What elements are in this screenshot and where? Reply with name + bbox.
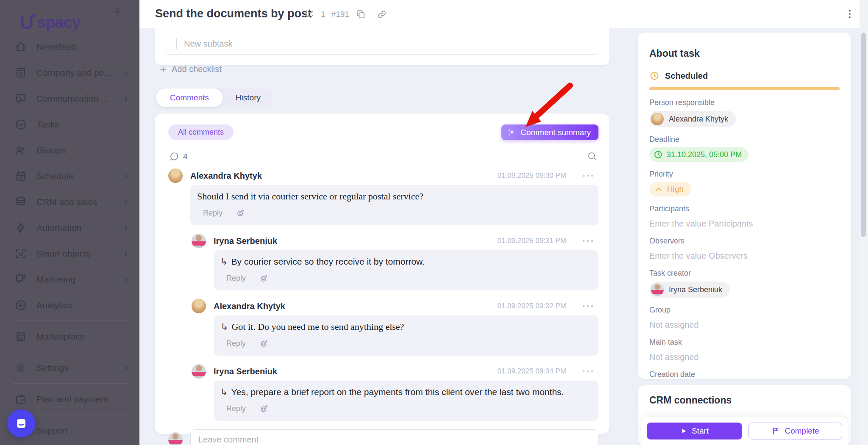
comment-author: Alexandra Khytyk: [190, 171, 262, 180]
sidebar-item-analytics[interactable]: Analytics: [0, 292, 139, 318]
sidebar-item-tasks[interactable]: Tasks: [0, 111, 139, 137]
reply-button[interactable]: Reply: [226, 274, 246, 283]
sidebar-item-groups[interactable]: Groups: [0, 137, 139, 163]
comment-timestamp: 01.09.2025 09:32 PM: [497, 302, 566, 310]
subtasks-icon[interactable]: [304, 9, 315, 20]
priority-value[interactable]: High: [649, 182, 691, 196]
add-reaction-icon[interactable]: [234, 206, 248, 220]
leave-comment-input[interactable]: [190, 429, 598, 445]
database-icon: [14, 196, 27, 208]
main-task-value[interactable]: Not assigned: [649, 352, 840, 362]
flag-icon: [771, 427, 780, 435]
wallet-icon: [14, 393, 27, 406]
group-value[interactable]: Not assigned: [649, 320, 840, 330]
gear-icon: [14, 362, 27, 374]
comment-timestamp: 01.09.2025 09:34 PM: [497, 367, 566, 376]
complete-button[interactable]: Complete: [748, 423, 842, 439]
avatar: [168, 432, 183, 445]
new-subtask-field[interactable]: [165, 28, 599, 55]
task-id[interactable]: #191: [331, 10, 349, 19]
comment-bubble: ↳By courier service so they receive it b…: [214, 250, 598, 290]
sidebar-item-marketplace[interactable]: Marketplace: [0, 323, 139, 349]
comment-item: Iryna Serbeniuk 01.09.2025 09:31 PM ↳By …: [168, 234, 598, 290]
reply-button[interactable]: Reply: [203, 209, 223, 218]
add-checklist-button[interactable]: Add checklist: [159, 64, 222, 74]
comment-summary-button[interactable]: Comment summary: [501, 124, 598, 140]
comment-menu-icon[interactable]: [581, 237, 594, 245]
chevron-up-icon: [654, 185, 663, 193]
field-creation-date: Creation date 01.09.2025, 09:27 PM: [649, 370, 840, 379]
brand-logo: U spacy: [19, 11, 81, 34]
calendar-icon: [14, 170, 27, 182]
sidebar-item-smart-objects[interactable]: Smart objects ›: [0, 240, 139, 266]
comment-menu-icon[interactable]: [581, 171, 594, 180]
comments-panel: All comments Comment summary 4 Alexandra…: [155, 113, 609, 434]
support-chat-button[interactable]: [7, 409, 35, 437]
sidebar-item-marketing[interactable]: Marketing ›: [0, 266, 139, 292]
comment-text: ↳By courier service so they receive it b…: [220, 256, 590, 268]
sidebar-item-settings[interactable]: Settings ›: [0, 355, 139, 381]
sidebar-divider: [12, 383, 128, 384]
participants-placeholder[interactable]: Enter the value Participants: [649, 219, 840, 229]
people-icon: [14, 144, 27, 157]
chevron-right-icon: ›: [125, 362, 128, 373]
task-header: Send the documents by post 1 #191: [139, 0, 868, 28]
sidebar-item-communication[interactable]: Communication ... ›: [0, 86, 139, 111]
add-reaction-icon[interactable]: [257, 402, 271, 416]
tab-history[interactable]: History: [223, 88, 273, 107]
comment-bubble-icon: [169, 152, 179, 162]
sidebar-item-schedule[interactable]: Schedule ›: [0, 163, 139, 189]
sidebar-item-newsfeed[interactable]: Newsfeed: [0, 34, 139, 60]
comments-count-row: 4: [169, 152, 598, 162]
task-creator-value[interactable]: Iryna Serbeniuk: [649, 282, 730, 298]
sidebar-item-company[interactable]: Company and pe... ›: [0, 60, 139, 86]
subtask-count: 1: [321, 10, 326, 19]
page-scrollbar-thumb[interactable]: [861, 33, 866, 237]
person-responsible-value[interactable]: Alexandra Khytyk: [649, 111, 736, 127]
avatar: [192, 299, 206, 313]
task-status[interactable]: Scheduled: [649, 71, 840, 81]
chevron-right-icon: ›: [125, 196, 128, 207]
smart-object-icon: [14, 247, 27, 260]
pin-sidebar-icon[interactable]: [112, 7, 123, 18]
observers-placeholder[interactable]: Enter the value Observers: [649, 251, 840, 261]
search-icon[interactable]: [587, 151, 598, 162]
about-task-panel: About task Scheduled Person responsible …: [638, 33, 851, 379]
comment-author: Iryna Serbeniuk: [214, 367, 277, 376]
start-button[interactable]: Start: [647, 423, 742, 439]
sidebar-divider: [12, 321, 128, 321]
add-reaction-icon[interactable]: [257, 271, 271, 285]
comment-menu-icon[interactable]: [581, 367, 594, 376]
all-comments-filter[interactable]: All comments: [168, 124, 234, 140]
brand-initial: U: [19, 11, 33, 34]
avatar: [168, 169, 183, 183]
comment-menu-icon[interactable]: [581, 302, 594, 310]
task-actions-bar: Start Complete: [641, 417, 848, 445]
new-subtask-input[interactable]: [184, 35, 599, 52]
app-window: U spacy Newsfeed Company and pe... › Com…: [0, 0, 868, 445]
chevron-right-icon: ›: [125, 171, 128, 182]
reply-arrow-icon: ↳: [220, 387, 228, 397]
deadline-clock-icon: [654, 150, 663, 159]
reply-arrow-icon: ↳: [220, 257, 228, 266]
add-reaction-icon[interactable]: [257, 337, 271, 351]
more-menu-icon[interactable]: [844, 8, 855, 20]
chat-call-icon: [14, 92, 27, 105]
chevron-right-icon: ›: [125, 248, 128, 259]
avatar: [192, 234, 206, 248]
copy-icon[interactable]: [355, 9, 366, 20]
avatar: [651, 113, 664, 125]
sidebar-item-crm[interactable]: CRM and sales ›: [0, 189, 139, 215]
deadline-value[interactable]: 31.10.2025, 05:00 PM: [649, 147, 748, 162]
reply-button[interactable]: Reply: [226, 404, 246, 413]
storefront-icon: [14, 330, 27, 343]
comment-author: Alexandra Khytyk: [214, 301, 285, 311]
link-icon[interactable]: [376, 9, 387, 20]
sidebar-divider: [12, 352, 128, 352]
tab-comments[interactable]: Comments: [156, 88, 223, 107]
reply-button[interactable]: Reply: [226, 339, 246, 348]
field-deadline: Deadline 31.10.2025, 05:00 PM: [649, 135, 840, 162]
sidebar-item-plan-payment[interactable]: Plan and payment: [0, 386, 139, 412]
sidebar-item-automation[interactable]: Automation ›: [0, 215, 139, 240]
field-participants: Participants Enter the value Participant…: [649, 205, 840, 229]
